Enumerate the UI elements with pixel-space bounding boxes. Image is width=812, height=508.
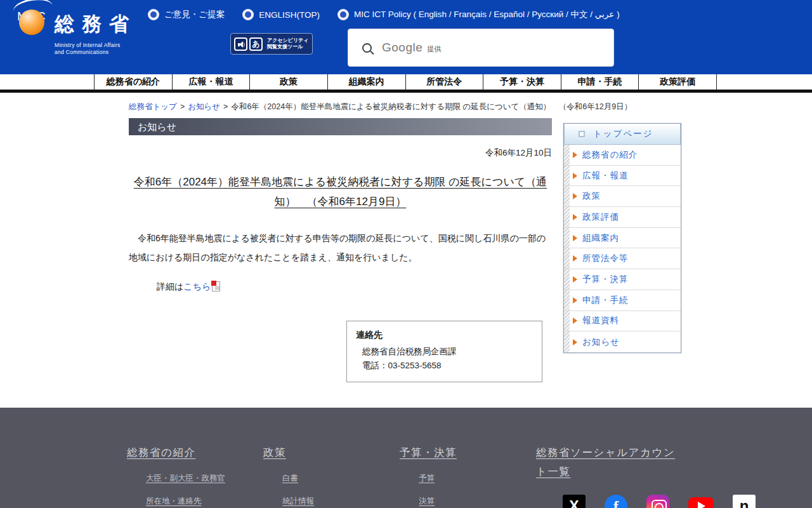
main-column: お知らせ 令和6年12月10日 令和6年（2024年）能登半島地震による被災納税…: [129, 118, 552, 424]
nav-item-policy[interactable]: 政策: [249, 74, 327, 90]
triangle-right-icon: [573, 193, 577, 199]
search-provider-label: Google: [382, 41, 422, 55]
article-date: 令和6年12月10日: [129, 147, 552, 159]
breadcrumb-current: 令和6年（2024年）能登半島地震による被災納税者に対する期限 の延長について（…: [231, 102, 632, 111]
accessibility-tool-button[interactable]: ) あ アクセシビリティ 閲覧支援ツール: [230, 33, 313, 55]
triangle-right-icon: [573, 297, 577, 304]
search-icon: [362, 43, 372, 53]
detail-line: 詳細はこちら: [157, 281, 552, 293]
social-icons-row: X f n: [563, 495, 752, 508]
triangle-right-icon: [573, 152, 577, 158]
global-nav: 総務省の紹介 広報・報道 政策 組織案内 所管法令 予算・決算 申請・手続 政策…: [0, 74, 812, 93]
footer-heading-about[interactable]: 総務省の紹介: [127, 443, 195, 462]
triangle-right-icon: [573, 318, 577, 324]
footer-link-budget[interactable]: 予算: [419, 473, 536, 484]
contact-heading: 連絡先: [356, 330, 533, 341]
footer-link-statistics[interactable]: 統計情報: [282, 496, 400, 507]
nav-item-applications[interactable]: 申請・手続: [561, 74, 639, 90]
footer-link-location[interactable]: 所在地・連絡先: [146, 496, 263, 507]
sidebar-item-laws[interactable]: 所管法令等: [564, 248, 681, 269]
note-icon[interactable]: n: [733, 495, 756, 508]
feedback-link[interactable]: ご意見・ご提案: [148, 9, 225, 20]
breadcrumb: 総務省トップ>お知らせ>令和6年（2024年）能登半島地震による被災納税者に対す…: [129, 102, 812, 112]
nav-item-about[interactable]: 総務省の紹介: [94, 74, 172, 90]
youtube-icon[interactable]: [688, 497, 714, 508]
square-bullet-icon: [579, 131, 585, 137]
footer-heading-policy[interactable]: 政策: [263, 443, 286, 462]
triangle-right-icon: [573, 235, 577, 241]
speaker-icon: ): [234, 37, 247, 51]
nav-item-organization[interactable]: 組織案内: [327, 74, 405, 90]
triangle-right-icon: [573, 214, 577, 220]
site-search-input[interactable]: Google 提供: [348, 29, 614, 67]
nav-item-evaluation[interactable]: 政策評価: [638, 74, 717, 90]
triangle-right-icon: [573, 173, 577, 179]
contact-phone: 電話：03-5253-5658: [362, 360, 533, 371]
circle-bullet-icon: [148, 9, 159, 20]
nav-item-budget[interactable]: 予算・決算: [483, 74, 561, 90]
sidebar-item-about[interactable]: 総務省の紹介: [564, 145, 681, 166]
footer-link-ministers[interactable]: 大臣・副大臣・政務官: [146, 473, 263, 484]
footer-col-budget: 予算・決算 予算 決算: [400, 443, 536, 508]
footer-heading-social[interactable]: 総務省ソーシャルアカウント一覧: [536, 443, 676, 481]
ministry-name-en: Ministry of Internal Affairs and Communi…: [55, 42, 136, 55]
contact-box: 連絡先 総務省自治税務局企画課 電話：03-5253-5658: [346, 321, 542, 382]
contact-department: 総務省自治税務局企画課: [362, 346, 533, 358]
site-header: MIC 総務省 Ministry of Internal Affairs and…: [0, 0, 812, 74]
sidebar-item-news[interactable]: お知らせ: [564, 331, 681, 352]
nav-item-publicity[interactable]: 広報・報道: [172, 74, 250, 90]
circle-bullet-icon: [337, 9, 349, 20]
footer-link-whitepaper[interactable]: 白書: [282, 473, 400, 484]
triangle-right-icon: [573, 255, 577, 262]
ministry-name-jp: 総務省: [55, 11, 136, 37]
x-twitter-icon[interactable]: X: [563, 495, 586, 508]
section-title-bar: お知らせ: [129, 118, 552, 135]
article-body: 令和6年能登半島地震による被災者に対する申告等の期限の延長について、国税に関し石…: [129, 229, 552, 267]
mic-logo[interactable]: MIC 総務省 Ministry of Internal Affairs and…: [17, 8, 136, 55]
article-title: 令和6年（2024年）能登半島地震による被災納税者に対する期限 の延長について（…: [129, 172, 552, 211]
sidebar-item-publicity[interactable]: 広報・報道: [564, 166, 681, 187]
accessibility-label: アクセシビリティ 閲覧支援ツール: [267, 37, 309, 50]
footer-col-policy: 政策 白書 統計情報 意見募集（パブリックコメント）: [263, 443, 400, 508]
mic-logo-mark: MIC: [17, 8, 48, 55]
header-utility-links: ご意見・ご提案 ENGLISH(TOP) MIC ICT Policy ( En…: [148, 9, 638, 20]
circle-bullet-icon: [242, 9, 254, 20]
search-provider-suffix: 提供: [427, 44, 441, 54]
triangle-right-icon: [573, 276, 577, 283]
site-footer: 総務省の紹介 大臣・副大臣・政務官 所在地・連絡先 採用情報 政策 白書 統計情…: [0, 408, 812, 508]
content-area: お知らせ 令和6年12月10日 令和6年（2024年）能登半島地震による被災納税…: [0, 118, 812, 424]
pdf-icon: [212, 281, 220, 291]
hiragana-a-icon: あ: [249, 37, 263, 51]
sidebar-item-evaluation[interactable]: 政策評価: [564, 207, 681, 228]
breadcrumb-news-link[interactable]: お知らせ: [188, 102, 220, 111]
ict-policy-link[interactable]: MIC ICT Policy ( English / Français / Es…: [337, 9, 620, 20]
sidebar-item-applications[interactable]: 申請・手続: [564, 290, 681, 311]
nav-item-laws[interactable]: 所管法令: [405, 74, 483, 90]
instagram-icon[interactable]: [646, 495, 669, 508]
footer-col-social: 総務省ソーシャルアカウント一覧 X f n: [536, 443, 752, 508]
english-link[interactable]: ENGLISH(TOP): [242, 9, 320, 20]
sidebar-item-policy[interactable]: 政策: [564, 186, 681, 207]
breadcrumb-home-link[interactable]: 総務省トップ: [129, 102, 177, 111]
sidebar-item-organization[interactable]: 組織案内: [564, 228, 681, 249]
footer-link-settlement[interactable]: 決算: [419, 496, 536, 507]
sidebar-item-top-page[interactable]: トップページ: [564, 124, 681, 145]
triangle-right-icon: [573, 339, 577, 345]
sidebar-item-press[interactable]: 報道資料: [564, 311, 681, 332]
detail-pdf-link[interactable]: こちら: [183, 281, 211, 291]
footer-heading-budget[interactable]: 予算・決算: [400, 443, 457, 462]
sidebar-item-budget[interactable]: 予算・決算: [564, 269, 681, 290]
sidebar-nav: トップページ 総務省の紹介 広報・報道 政策 政策評価 組織案内 所管法令等 予…: [563, 123, 681, 353]
footer-col-about: 総務省の紹介 大臣・副大臣・政務官 所在地・連絡先 採用情報: [127, 443, 263, 508]
facebook-icon[interactable]: f: [605, 495, 627, 508]
